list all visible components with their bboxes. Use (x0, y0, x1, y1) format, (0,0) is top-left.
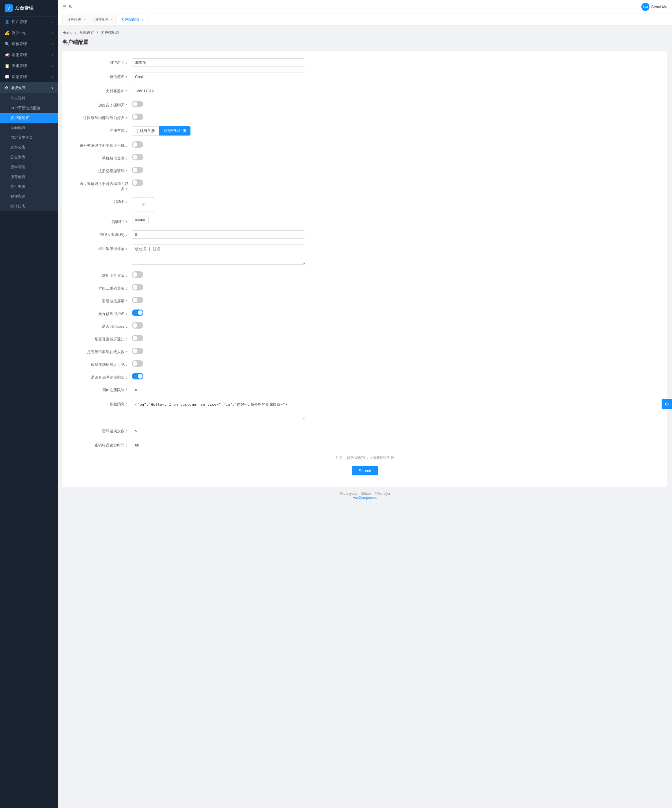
pwd-error-times-input[interactable] (132, 427, 305, 435)
form-row-enable-boss: 是否启用boss： (74, 322, 656, 329)
form-row-member-visible: 成员变动所有人可见： (74, 361, 656, 367)
tab-users[interactable]: 用户列表 × (62, 15, 89, 24)
pwd-error-lock-control (132, 441, 305, 449)
short-name-input[interactable] (132, 73, 305, 81)
user-name: Serati Ma (651, 5, 667, 9)
sidebar-group-message: 💬 消息管理 › (0, 72, 58, 82)
pwd-error-lock-input[interactable] (132, 441, 305, 449)
sidebar-sub-profile[interactable]: 个人资料 (0, 93, 58, 103)
api-limit-input[interactable] (132, 386, 305, 394)
tab-client-config[interactable]: 客户端配置 × (117, 15, 147, 24)
member-visible-label: 成员变动所有人可见： (74, 361, 132, 367)
startup-img-uploader[interactable]: + (132, 197, 155, 212)
sensitive-words-control (132, 244, 305, 265)
form-row-invite-friend: 通过邀请码注册是否添加为好友： (74, 179, 656, 192)
internal-friend-control (132, 114, 305, 120)
reg-btn-phone[interactable]: 手机号注册 (132, 126, 159, 135)
sidebar-sub-announce-list[interactable]: 公告列表 (0, 152, 58, 162)
form-row-api-limit: 同IP注册限制： (74, 386, 656, 394)
group-qr-shield-slider (132, 284, 143, 290)
enable-boss-toggle[interactable] (132, 322, 143, 329)
form-row-change-pwd-verify: 账号变密码注册要验证手机： (74, 141, 656, 148)
sidebar-item-system[interactable]: ⚙ 系统设置 ∨ (0, 82, 58, 93)
sidebar-item-message[interactable]: 💬 消息管理 › (0, 72, 58, 82)
sms-login-control (132, 154, 305, 160)
sidebar-sub-client-config[interactable]: 客户端配置 (0, 113, 58, 123)
sidebar-item-users[interactable]: 👤 用户管理 › (0, 17, 58, 27)
browse-history-toggle[interactable] (132, 373, 143, 379)
sidebar-sub-oplog[interactable]: 操作日志 (0, 201, 58, 211)
invite-required-toggle[interactable] (132, 167, 143, 173)
sidebar-sub-payment[interactable]: 支付渠道 (0, 182, 58, 192)
form-note: 注意：修改完配置，大概5分钟生效 (74, 455, 656, 460)
app-name-label: APP名字： (74, 58, 132, 65)
message-icon: 💬 (5, 75, 10, 79)
pwd-error-lock-label: 密码错误锁定时间： (74, 441, 132, 448)
sidebar-sub-service[interactable]: 服务配置 (0, 172, 58, 182)
finance-icon: 💰 (5, 31, 10, 35)
form-row-pwd-error-times: 密码错误次数： (74, 427, 656, 435)
sidebar-menu: 👤 用户管理 › 💰 财务中心 › 🔍 审核管理 › 📢 动态管理 › (0, 17, 58, 808)
reg-btn-account[interactable]: 账号密码注册 (159, 126, 191, 135)
float-settings-button[interactable]: ⚙ (662, 399, 672, 409)
group-speed-control (132, 230, 305, 239)
change-pwd-verify-toggle[interactable] (132, 141, 143, 148)
group-speed-input[interactable] (132, 230, 305, 239)
enable-download-slider (132, 335, 143, 341)
enable-download-toggle[interactable] (132, 335, 143, 341)
show-online-toggle[interactable] (132, 348, 143, 354)
submit-button[interactable]: Submit (352, 466, 378, 476)
chevron-down-icon: ∨ (51, 87, 53, 90)
sidebar-label-audit: 审核管理 (12, 41, 52, 47)
member-visible-toggle[interactable] (132, 361, 143, 367)
group-qr-shield-toggle[interactable] (132, 284, 143, 290)
allow-change-username-toggle[interactable] (132, 309, 143, 316)
tab-group-chat[interactable]: 部聊管理 × (90, 15, 116, 24)
sidebar-item-audit[interactable]: 🔍 审核管理 › (0, 38, 58, 49)
tab-users-close[interactable]: × (84, 18, 85, 22)
sidebar-item-finance[interactable]: 💰 财务中心 › (0, 27, 58, 38)
sidebar-sub-publish[interactable]: 发布公告 (0, 142, 58, 152)
enable-boss-slider (132, 322, 143, 329)
customer-msg-control: {"en":"Hello~, I am customer service~","… (132, 400, 305, 421)
sensitive-words-textarea[interactable] (132, 244, 305, 265)
sidebar-group-news: 📋 资讯管理 › (0, 60, 58, 72)
sidebar-sub-page-config[interactable]: 页面配置 (0, 123, 58, 133)
sidebar-item-dynamic[interactable]: 📢 动态管理 › (0, 49, 58, 60)
internal-friend-toggle[interactable] (132, 114, 143, 120)
invite-required-control (132, 167, 305, 173)
sidebar-sub-custom-page[interactable]: 自定义中间页 (0, 133, 58, 142)
sidebar-sub-app-download[interactable]: APP下载链接配置 (0, 103, 58, 113)
tab-client-config-close[interactable]: × (142, 18, 144, 22)
sidebar-sub-video[interactable]: 视频渠道 (0, 192, 58, 201)
sms-login-toggle[interactable] (132, 154, 143, 160)
customer-msg-textarea[interactable]: {"en":"Hello~, I am customer service~","… (132, 400, 305, 420)
sms-login-slider (132, 154, 143, 160)
form-row-app-name: APP名字： (74, 58, 656, 67)
sidebar-item-news[interactable]: 📋 资讯管理 › (0, 60, 58, 72)
change-pwd-verify-slider (132, 141, 143, 148)
member-visible-slider (132, 361, 143, 367)
payment-id-input[interactable] (132, 87, 305, 95)
tab-group-chat-close[interactable]: × (111, 18, 112, 22)
system-icon: ⚙ (5, 85, 8, 90)
payment-id-control (132, 87, 305, 95)
group-img-shield-toggle[interactable] (132, 271, 143, 278)
form-row-pwd-error-lock: 密码错误锁定时间： (74, 441, 656, 449)
breadcrumb-system: 系统设置 (79, 30, 94, 35)
app-name-input[interactable] (132, 58, 305, 67)
invite-friend-toggle[interactable] (132, 179, 143, 186)
footer-link[interactable]: vueComponent (353, 496, 377, 500)
startup-img2-control: avatar (132, 218, 305, 222)
show-online-label: 是否显示群组在线人数： (74, 348, 132, 355)
refresh-icon[interactable]: ↻ (69, 4, 72, 10)
invite-friend-control (132, 179, 305, 186)
topbar-user[interactable]: SM Serati Ma (641, 3, 667, 11)
sidebar-sub-version[interactable]: 版本管理 (0, 162, 58, 172)
menu-toggle-icon[interactable]: ☰ (62, 4, 67, 10)
sidebar: V 后台管理 👤 用户管理 › 💰 财务中心 › 🔍 审核管理 › (0, 0, 58, 808)
form-row-show-online: 是否显示群组在线人数： (74, 348, 656, 355)
group-link-shield-toggle[interactable] (132, 297, 143, 303)
form-row-internal-friend: 仅限添加内部账号为好友： (74, 114, 656, 120)
add-friend-toggle[interactable] (132, 101, 143, 107)
